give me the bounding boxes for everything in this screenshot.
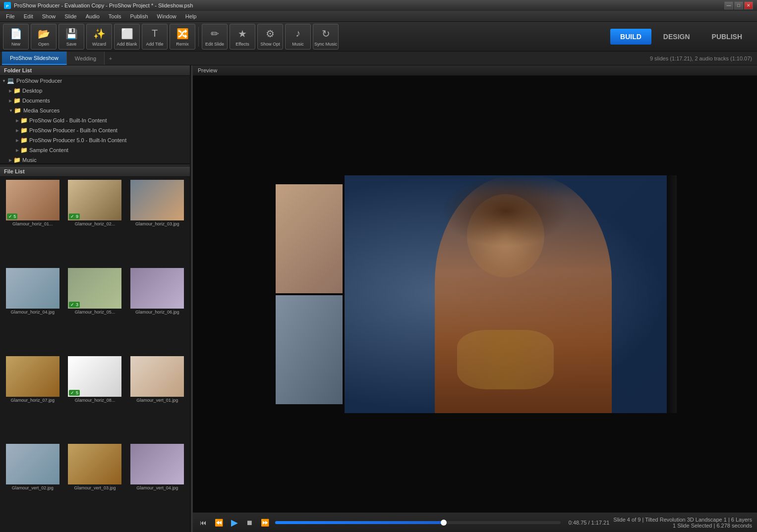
folder-item-proshow-gold[interactable]: ▶📁ProShow Gold - Built-In Content (0, 115, 190, 125)
effects-icon: ★ (235, 27, 249, 41)
tree-arrow: ▼ (9, 108, 13, 113)
menu-publish[interactable]: Publish (126, 12, 152, 20)
open-icon: 📂 (37, 27, 51, 41)
menu-window[interactable]: Window (153, 12, 180, 20)
toolbar: 📄New📂Open💾Save✨Wizard⬜Add BlankTAdd Titl… (0, 22, 757, 52)
player-stop[interactable]: ⏹ (244, 517, 255, 529)
main-area: Folder List ▼💻ProShow Producer▶📁Desktop▶… (0, 65, 757, 532)
file-thumb-glamour4[interactable]: Glamour_horiz_04.jpg (2, 267, 63, 354)
tab-add-button[interactable]: + (105, 52, 116, 65)
maximize-button[interactable]: □ (734, 1, 743, 9)
tab-proshow-slideshow[interactable]: ProShow Slideshow (2, 52, 67, 65)
toolbar-btn-wizard[interactable]: ✨Wizard (86, 24, 112, 50)
folder-label-proshow-producer: ProShow Producer (16, 78, 62, 84)
tab-wedding[interactable]: Wedding (67, 52, 105, 65)
menu-show[interactable]: Show (38, 12, 60, 20)
menu-audio[interactable]: Audio (82, 12, 104, 20)
toolbar-btn-edit-slide[interactable]: ✏Edit Slide (202, 24, 228, 50)
menu-edit[interactable]: Edit (20, 12, 37, 20)
add-title-label: Add Title (146, 42, 163, 47)
file-label-glamour5: Glamour_horiz_05... (75, 310, 116, 315)
folder-icon-music: 📁 (13, 156, 21, 164)
titlebar: P ProShow Producer - Evaluation Copy - P… (0, 0, 757, 11)
toolbar-btn-effects[interactable]: ★Effects (230, 24, 255, 50)
edit-slide-label: Edit Slide (205, 42, 224, 47)
toolbar-btn-new[interactable]: 📄New (3, 24, 29, 50)
titlebar-controls[interactable]: — □ ✕ (724, 1, 753, 9)
file-thumb-glamour2[interactable]: ✓ 9Glamour_horiz_02... (64, 179, 126, 266)
folder-label-music: Music (22, 157, 37, 163)
slide-selected: 1 Slide Selected | 6.278 seconds (613, 523, 752, 529)
folder-item-media-sources[interactable]: ▼📁Media Sources (0, 106, 190, 115)
file-thumb-glamour3[interactable]: Glamour_horiz_03.jpg (126, 179, 188, 266)
player-back[interactable]: ⏪ (213, 517, 225, 529)
file-thumb-glamour7[interactable]: Glamour_horiz_07.jpg (2, 355, 63, 442)
app-icon: P (4, 2, 11, 9)
wizard-label: Wizard (92, 42, 106, 47)
file-thumb-glamour6[interactable]: Glamour_horiz_06.jpg (126, 267, 188, 354)
toolbar-btn-add-blank[interactable]: ⬜Add Blank (114, 24, 140, 50)
player-forward[interactable]: ⏩ (259, 517, 271, 529)
menu-tools[interactable]: Tools (105, 12, 125, 20)
folder-icon-media-sources: 📁 (14, 106, 22, 114)
preview-right-glow (667, 175, 677, 413)
thumb-image-glamour4 (6, 268, 59, 309)
preview-area: Preview (193, 65, 757, 532)
file-thumb-glamour9[interactable]: Glamour_vert_01.jpg (126, 355, 188, 442)
menu-help[interactable]: Help (181, 12, 201, 20)
progress-handle[interactable] (441, 520, 447, 526)
file-label-glamour12: Glamour_vert_04.jpg (136, 485, 178, 490)
show-opt-icon: ⚙ (263, 27, 277, 41)
open-label: Open (38, 42, 49, 47)
effects-label: Effects (235, 42, 249, 47)
progress-bar[interactable] (275, 521, 561, 524)
folder-item-proshow-producer-content[interactable]: ▶📁ProShow Producer - Built-In Content (0, 125, 190, 135)
thumb-image-glamour2: ✓ 9 (68, 180, 121, 220)
remix-label: Remix (176, 42, 189, 47)
mode-btn-publish[interactable]: PUBLISH (702, 29, 752, 45)
toolbar-btn-sync-music[interactable]: ↻Sync Music (313, 24, 339, 50)
toolbar-btn-show-opt[interactable]: ⚙Show Opt (257, 24, 283, 50)
folder-item-music[interactable]: ▶📁Music (0, 155, 190, 164)
file-thumb-glamour12[interactable]: Glamour_vert_04.jpg (126, 443, 188, 530)
file-thumb-glamour1[interactable]: ✓ 5Glamour_horiz_01... (2, 179, 63, 266)
toolbar-btn-music[interactable]: ♪Music (285, 24, 311, 50)
thumb-image-glamour5: ✓ 3 (68, 268, 121, 309)
toolbar-btn-add-title[interactable]: TAdd Title (142, 24, 168, 50)
folder-item-desktop[interactable]: ▶📁Desktop (0, 86, 190, 96)
folder-item-documents[interactable]: ▶📁Documents (0, 96, 190, 106)
toolbar-btn-save[interactable]: 💾Save (58, 24, 84, 50)
menu-slide[interactable]: Slide (60, 12, 80, 20)
folder-label-proshow-producer-content: ProShow Producer - Built-In Content (29, 127, 117, 133)
sync-music-icon: ↻ (319, 27, 333, 41)
file-label-glamour11: Glamour_vert_03.jpg (74, 485, 116, 490)
folder-tree: ▼💻ProShow Producer▶📁Desktop▶📁Documents▼📁… (0, 76, 190, 164)
tree-arrow: ▶ (16, 118, 19, 123)
file-list-header: File List (0, 166, 190, 177)
mode-btn-design[interactable]: DESIGN (653, 29, 700, 45)
thumb-image-glamour7 (6, 356, 59, 397)
folder-item-sample-content[interactable]: ▶📁Sample Content (0, 145, 190, 155)
file-label-glamour4: Glamour_horiz_04.jpg (11, 310, 55, 315)
toolbar-btn-remix[interactable]: 🔀Remix (170, 24, 195, 50)
folder-item-proshow-producer[interactable]: ▼💻ProShow Producer (0, 76, 190, 86)
minimize-button[interactable]: — (724, 1, 733, 9)
file-thumb-glamour10[interactable]: Glamour_vert_02.jpg (2, 443, 63, 530)
new-label: New (11, 42, 20, 47)
folder-item-proshow-producer-50[interactable]: ▶📁ProShow Producer 5.0 - Built-In Conten… (0, 135, 190, 145)
tabbar: ProShow Slideshow Wedding + 9 slides (1:… (0, 52, 757, 65)
preview-header: Preview (193, 65, 757, 76)
file-thumb-glamour11[interactable]: Glamour_vert_03.jpg (64, 443, 126, 530)
thumb-image-glamour3 (130, 180, 184, 220)
file-thumb-glamour8[interactable]: ✓ 5Glamour_horiz_08... (64, 355, 126, 442)
player-play[interactable]: ▶ (229, 515, 240, 530)
player-skip-back[interactable]: ⏮ (198, 517, 209, 529)
thumb-image-glamour11 (68, 444, 121, 484)
file-thumb-glamour5[interactable]: ✓ 3Glamour_horiz_05... (64, 267, 126, 354)
toolbar-btn-open[interactable]: 📂Open (31, 24, 57, 50)
close-button[interactable]: ✕ (744, 1, 753, 9)
add-blank-icon: ⬜ (120, 27, 134, 41)
mode-btn-build[interactable]: BUILD (610, 29, 651, 45)
thumb-image-glamour1: ✓ 5 (6, 180, 59, 220)
menu-file[interactable]: File (2, 12, 19, 20)
